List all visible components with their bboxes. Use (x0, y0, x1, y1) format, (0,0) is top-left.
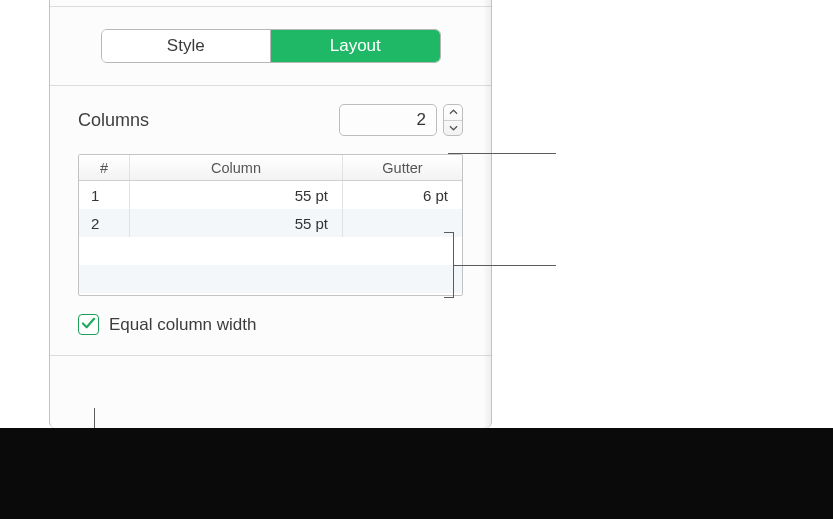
columns-table-header-index: # (79, 155, 129, 180)
row-index: 2 (79, 209, 129, 237)
row-gutter-width: 6 pt (342, 181, 462, 209)
table-row-empty (79, 265, 462, 293)
columns-table-header: # Column Gutter (79, 155, 462, 181)
columns-stepper (443, 104, 463, 136)
columns-table-header-gutter: Gutter (342, 155, 462, 180)
columns-step-down-button[interactable] (444, 120, 462, 136)
tab-layout[interactable]: Layout (270, 30, 440, 62)
columns-field-row: Columns (50, 86, 491, 148)
chevron-up-icon (449, 109, 458, 115)
row-gutter-width (342, 209, 462, 237)
table-row[interactable]: 1 55 pt 6 pt (79, 181, 462, 209)
image-dark-base (0, 428, 833, 519)
chevron-down-icon (449, 125, 458, 131)
panel-divider-top (50, 6, 491, 7)
columns-table-body: 1 55 pt 6 pt 2 55 pt (79, 181, 462, 293)
columns-table-header-column: Column (129, 155, 342, 180)
columns-count-input[interactable] (339, 104, 437, 136)
table-row-empty (79, 237, 462, 265)
panel-divider-bottom (50, 355, 491, 356)
table-row[interactable]: 2 55 pt (79, 209, 462, 237)
columns-step-up-button[interactable] (444, 105, 462, 120)
equal-column-width-row: Equal column width (50, 296, 491, 335)
layout-inspector-panel: Style Layout Columns (49, 0, 492, 428)
tab-style-label: Style (167, 36, 205, 56)
style-layout-segmented-control: Style Layout (101, 29, 441, 63)
equal-column-width-checkbox[interactable] (78, 314, 99, 335)
equal-column-width-label: Equal column width (109, 315, 256, 335)
columns-width-table: # Column Gutter 1 55 pt 6 pt 2 55 pt (78, 154, 463, 296)
columns-stepper-group (339, 104, 463, 136)
columns-label: Columns (78, 110, 149, 131)
row-column-width: 55 pt (129, 209, 342, 237)
tab-layout-label: Layout (330, 36, 381, 56)
tab-style[interactable]: Style (102, 30, 271, 62)
row-column-width: 55 pt (129, 181, 342, 209)
row-index: 1 (79, 181, 129, 209)
checkmark-icon (81, 316, 96, 334)
